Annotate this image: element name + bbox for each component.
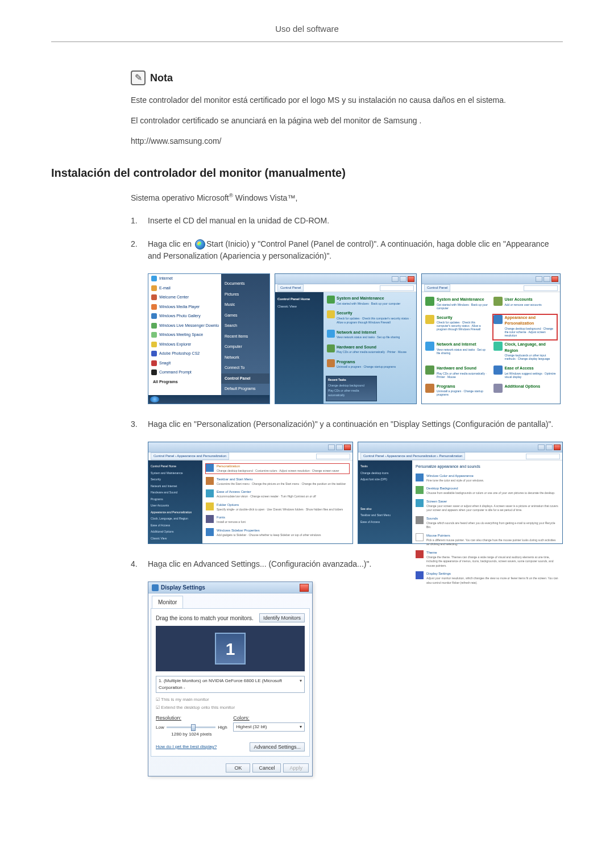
category-sub[interactable]: View network status and tasks · Set up f… — [337, 335, 413, 340]
category-link[interactable]: Programs — [437, 384, 489, 390]
category-sub[interactable]: Change keyboards or other input methods … — [505, 354, 557, 360]
category-link[interactable]: User Accounts — [505, 297, 557, 303]
max-icon[interactable] — [544, 276, 550, 282]
sidebar-item[interactable]: Control Panel Home — [151, 463, 200, 470]
help-link[interactable]: How do I get the best display? — [156, 744, 217, 750]
category-link[interactable]: Network and Internet — [337, 330, 413, 336]
category-sub[interactable]: Play CDs or other media automatically · … — [337, 350, 413, 355]
sidebar-item[interactable]: Taskbar and Start Menu — [360, 512, 410, 519]
breadcrumb[interactable]: Control Panel › Appearance and Personali… — [151, 452, 229, 460]
sm-r-item[interactable]: Default Programs — [221, 384, 269, 394]
resolution-slider[interactable] — [167, 726, 216, 728]
category-link[interactable]: Clock, Language, and Region — [505, 342, 557, 354]
min-icon[interactable] — [538, 445, 545, 450]
item-link[interactable]: Desktop Background — [426, 486, 559, 491]
category-link[interactable]: Ease of Access — [505, 366, 557, 372]
sm-r-item[interactable]: Games — [221, 310, 269, 321]
sm-item[interactable]: Welcome Center — [159, 294, 189, 301]
category-sub[interactable]: Play CDs or other media automatically · … — [437, 372, 489, 379]
item-link[interactable]: Theme — [426, 550, 559, 555]
sm-r-item[interactable]: Pictures — [221, 289, 269, 300]
monitor-1-icon[interactable]: 1 — [215, 633, 246, 665]
sidebar-item[interactable]: Ease of Access — [151, 522, 200, 529]
sidebar-item[interactable]: User Accounts — [151, 502, 200, 509]
sm-item[interactable]: Adobe Photoshop CS2 — [159, 351, 200, 357]
sidebar-item[interactable]: System and Maintenance — [151, 470, 200, 477]
display-settings-link[interactable]: Display Settings — [426, 571, 559, 576]
item-link[interactable]: Mouse Pointers — [426, 533, 559, 538]
sm-item[interactable]: Internet — [159, 276, 173, 282]
category-sub[interactable]: Get started with Windows · Back up your … — [337, 302, 413, 306]
max-icon[interactable] — [546, 445, 553, 450]
item-link[interactable]: Screen Saver — [426, 499, 559, 504]
category-link[interactable]: Network and Internet — [437, 342, 489, 348]
category-sub[interactable]: Check for updates · Check this computer'… — [337, 317, 413, 325]
category-link[interactable]: Hardware and Sound — [437, 366, 489, 372]
category-sub[interactable]: Uninstall a program · Change startup pro… — [337, 365, 413, 369]
cancel-button[interactable]: Cancel — [252, 763, 281, 773]
apply-button[interactable]: Apply — [283, 763, 309, 773]
sidebar-item[interactable]: Classic View — [151, 535, 200, 542]
search-input[interactable] — [380, 285, 414, 291]
sidebar-item[interactable]: Clock, Language, and Region — [151, 516, 200, 522]
ok-button[interactable]: OK — [226, 763, 250, 773]
item-link[interactable]: Windows Sidebar Properties — [217, 528, 349, 533]
sidebar-item[interactable]: Programs — [151, 496, 200, 503]
search-input[interactable] — [524, 285, 558, 291]
category-link[interactable]: System and Maintenance — [337, 296, 413, 302]
sidebar-item[interactable]: Appearance and Personalization — [151, 509, 200, 516]
close-icon[interactable] — [551, 276, 558, 282]
sidebar-item[interactable]: Additional Options — [151, 529, 200, 535]
sm-item[interactable]: E-mail — [159, 285, 171, 292]
category-link[interactable]: Security — [337, 310, 413, 317]
close-icon[interactable] — [408, 276, 414, 282]
sidebar-item[interactable]: Ease of Access — [360, 519, 410, 526]
advanced-settings-button[interactable]: Advanced Settings... — [250, 742, 305, 751]
breadcrumb[interactable]: Control Panel — [424, 284, 450, 292]
item-sub[interactable]: Change desktop background · Customize co… — [217, 469, 349, 474]
sm-r-item[interactable]: Computer — [221, 342, 269, 352]
category-sub[interactable]: Uninstall a program · Change startup pro… — [437, 389, 489, 396]
item-link[interactable]: Folder Options — [217, 502, 349, 508]
category-link[interactable]: Security — [437, 315, 489, 321]
category-link[interactable]: Programs — [337, 359, 413, 366]
item-link[interactable]: Ease of Access Center — [217, 489, 349, 495]
category-sub[interactable]: Change desktop background · Change the c… — [505, 327, 557, 337]
item-sub[interactable]: Specify single- or double-click to open … — [217, 508, 349, 512]
breadcrumb[interactable]: Control Panel › Appearance and Personali… — [360, 452, 465, 460]
item-link[interactable]: Fonts — [217, 515, 349, 520]
sidebar-item[interactable]: Hardware and Sound — [151, 489, 200, 496]
min-icon[interactable] — [328, 445, 335, 450]
sm-item[interactable]: Windows Media Player — [159, 304, 200, 310]
main-monitor-checkbox[interactable]: ☑ This is my main monitor — [156, 696, 305, 703]
item-sub[interactable]: Add gadgets to Sidebar · Choose whether … — [217, 533, 349, 538]
all-programs[interactable]: All Programs — [153, 379, 178, 385]
min-icon[interactable] — [536, 276, 542, 282]
item-link[interactable]: Window Color and Appearance — [426, 474, 559, 479]
color-depth-select[interactable]: Highest (32 bit) ▾ — [233, 722, 305, 732]
category-sub[interactable]: Check for updates · Check this computer'… — [437, 321, 489, 331]
personalization-link[interactable]: Personalization — [217, 464, 349, 469]
sm-r-item[interactable]: Documents — [221, 279, 269, 289]
sidebar-item[interactable]: Control Panel Home — [277, 296, 321, 303]
close-icon[interactable] — [554, 445, 561, 450]
search-input[interactable] — [316, 454, 350, 459]
sm-r-item[interactable]: Network — [221, 352, 269, 363]
category-sub[interactable]: Get started with Windows · Back up your … — [437, 303, 489, 310]
sm-r-item[interactable]: Music — [221, 300, 269, 310]
sidebar-item[interactable]: Security — [151, 476, 200, 483]
item-sub[interactable]: Customize the Start menu · Change the pi… — [217, 482, 349, 487]
identify-monitors-button[interactable]: Identify Monitors — [259, 613, 305, 622]
item-sub[interactable]: Accommodate low vision · Change screen r… — [217, 495, 349, 499]
sidebar-item[interactable]: Classic View — [277, 303, 321, 310]
slider-thumb[interactable] — [191, 724, 196, 731]
sm-r-item[interactable]: Recent Items — [221, 331, 269, 342]
extend-desktop-checkbox[interactable]: ☑ Extend the desktop onto this monitor — [156, 704, 305, 711]
sm-item[interactable]: Windows Photo Gallery — [159, 313, 201, 319]
sm-item[interactable]: Windows Explorer — [159, 342, 191, 348]
item-sub[interactable]: Install or remove a font — [217, 520, 349, 525]
item-link[interactable]: Taskbar and Start Menu — [217, 477, 349, 482]
sm-item[interactable]: Windows Meeting Space — [159, 332, 203, 338]
category-sub[interactable]: View network status and tasks · Set up f… — [437, 348, 489, 355]
sidebar-item[interactable]: Change desktop icons — [360, 470, 410, 477]
